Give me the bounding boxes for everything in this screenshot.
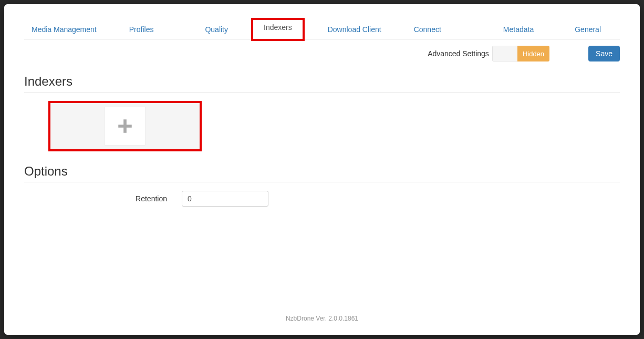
- plus-icon: [116, 117, 134, 135]
- indexers-heading: Indexers: [24, 74, 620, 93]
- advanced-settings-label: Advanced Settings: [428, 49, 489, 58]
- tab-quality[interactable]: Quality: [198, 20, 235, 39]
- tab-profiles[interactable]: Profiles: [122, 20, 161, 39]
- retention-row: Retention: [24, 191, 620, 207]
- retention-label: Retention: [24, 194, 182, 203]
- advanced-settings-toggle[interactable]: Hidden: [492, 46, 549, 61]
- toolbar: Advanced Settings Hidden Save: [24, 46, 620, 61]
- add-indexer-card[interactable]: [50, 103, 200, 149]
- settings-tabs: Media ManagementProfilesQualityIndexersD…: [24, 20, 620, 39]
- retention-input[interactable]: [182, 191, 268, 207]
- tab-download-client[interactable]: Download Client: [320, 20, 389, 39]
- toggle-hidden-slot: Hidden: [517, 46, 549, 61]
- content-area: Indexers Options Retention: [24, 74, 620, 310]
- tab-indexers[interactable]: Indexers: [251, 18, 305, 41]
- save-button[interactable]: Save: [588, 46, 620, 61]
- options-heading: Options: [24, 164, 620, 182]
- footer-version: NzbDrone Ver. 2.0.0.1861: [24, 310, 620, 324]
- toggle-shown-slot: [492, 46, 517, 61]
- settings-window: Media ManagementProfilesQualityIndexersD…: [4, 4, 640, 335]
- add-indexer-highlight: [48, 101, 202, 151]
- tab-connect[interactable]: Connect: [407, 20, 449, 39]
- tab-media-management[interactable]: Media Management: [24, 20, 104, 39]
- tab-general[interactable]: General: [567, 20, 608, 39]
- tab-metadata[interactable]: Metadata: [496, 20, 541, 39]
- add-indexer-button[interactable]: [105, 107, 146, 146]
